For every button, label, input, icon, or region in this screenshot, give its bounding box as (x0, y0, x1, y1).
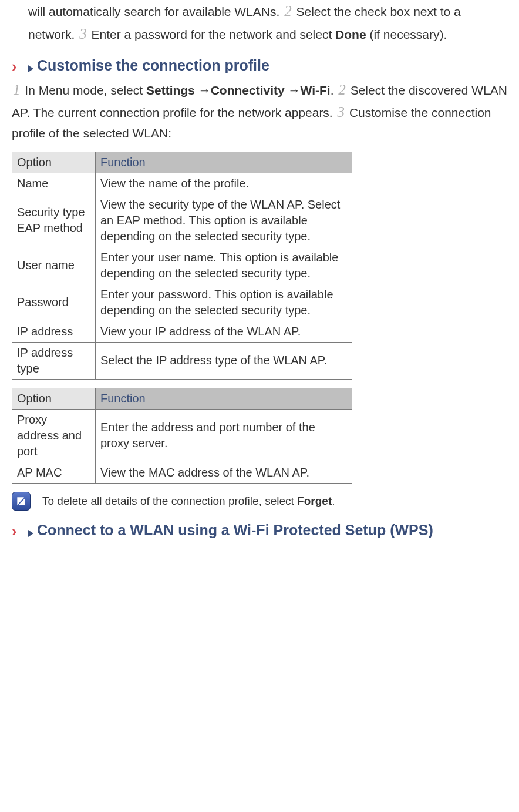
cell-option: Name (12, 173, 96, 194)
cell-option: IP address type (12, 342, 96, 379)
cell-function: Enter your password. This option is avai… (96, 284, 352, 321)
dot: . (331, 83, 338, 97)
cell-function: View the security type of the WLAN AP. S… (96, 194, 352, 247)
cell-option: Security type EAP method (12, 194, 96, 247)
note-row: To delete all details of the connection … (12, 492, 507, 511)
note-text: To delete all details of the connection … (42, 492, 335, 509)
note-text-b: . (332, 495, 335, 507)
chevron-icon: › (12, 521, 28, 540)
triangle-bullet-icon (28, 530, 33, 537)
intro-text-d: (if necessary). (369, 28, 447, 41)
step-num-2: 2 (283, 3, 293, 19)
heading-wps: › Connect to a WLAN using a Wi-Fi Protec… (12, 521, 507, 540)
arrow-1: → (198, 83, 211, 97)
table-row: Security type EAP method View the securi… (12, 194, 352, 247)
custom-text-a: In Menu mode, select (25, 83, 146, 97)
table-row: IP address type Select the IP address ty… (12, 342, 352, 379)
chevron-icon: › (12, 56, 28, 75)
settings-label: Settings (146, 83, 195, 97)
cell-function: View your IP address of the WLAN AP. (96, 321, 352, 342)
table-row: AP MAC View the MAC address of the WLAN … (12, 462, 352, 483)
table-row: Proxy address and port Enter the address… (12, 409, 352, 462)
arrow-2: → (288, 83, 301, 97)
header-function: Function (96, 388, 352, 409)
header-option: Option (12, 152, 96, 173)
header-function: Function (96, 152, 352, 173)
cell-function: Select the IP address type of the WLAN A… (96, 342, 352, 379)
forget-label: Forget (297, 495, 332, 507)
cell-option: Proxy address and port (12, 409, 96, 462)
table-row: User name Enter your user name. This opt… (12, 247, 352, 284)
triangle-bullet-icon (28, 65, 33, 72)
table-header-row: Option Function (12, 388, 352, 409)
header-option: Option (12, 388, 96, 409)
options-table-2: Option Function Proxy address and port E… (12, 388, 352, 484)
heading-wps-text: Connect to a WLAN using a Wi-Fi Protecte… (28, 521, 507, 539)
cell-option: AP MAC (12, 462, 96, 483)
heading-customise: › Customise the connection profile (12, 56, 507, 75)
options-table-1: Option Function Name View the name of th… (12, 152, 352, 380)
step-num-3: 3 (78, 26, 88, 42)
cell-function: View the name of the profile. (96, 173, 352, 194)
table-row: Password Enter your password. This optio… (12, 284, 352, 321)
custom-step-2: 2 (337, 82, 347, 98)
cell-function: View the MAC address of the WLAN AP. (96, 462, 352, 483)
custom-step-3: 3 (336, 104, 346, 120)
heading-wps-label: Connect to a WLAN using a Wi-Fi Protecte… (37, 522, 433, 538)
table-header-row: Option Function (12, 152, 352, 173)
done-label: Done (335, 28, 366, 41)
custom-step-1: 1 (12, 82, 22, 98)
connectivity-label: Connectivity (211, 83, 285, 97)
intro-paragraph: will automatically search for available … (28, 0, 507, 46)
cell-function: Enter the address and port number of the… (96, 409, 352, 462)
intro-text-c: Enter a password for the network and sel… (92, 28, 336, 41)
customise-paragraph: 1 In Menu mode, select Settings →Connect… (12, 79, 507, 143)
heading-customise-text: Customise the connection profile (28, 56, 507, 75)
table-row: IP address View your IP address of the W… (12, 321, 352, 342)
cell-option: User name (12, 247, 96, 284)
cell-function: Enter your user name. This option is ava… (96, 247, 352, 284)
cell-option: IP address (12, 321, 96, 342)
cell-option: Password (12, 284, 96, 321)
note-text-a: To delete all details of the connection … (42, 495, 297, 507)
wifi-label: Wi-Fi (301, 83, 331, 97)
intro-text-a: will automatically search for available … (28, 5, 283, 18)
heading-customise-label: Customise the connection profile (37, 57, 269, 73)
note-icon (12, 492, 31, 511)
table-row: Name View the name of the profile. (12, 173, 352, 194)
